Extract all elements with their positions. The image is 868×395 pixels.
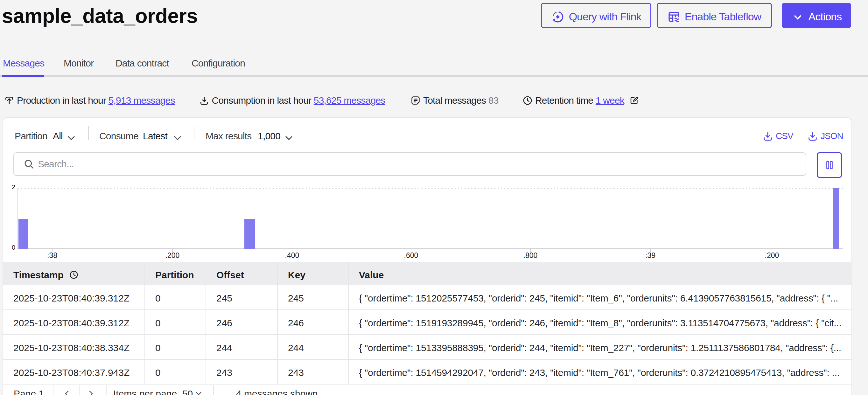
svg-text::38: :38: [47, 251, 57, 260]
svg-text:2: 2: [12, 184, 15, 191]
svg-text::39: :39: [645, 251, 655, 260]
svg-text:.800: .800: [523, 251, 538, 260]
svg-text:0: 0: [12, 244, 15, 251]
svg-text:.400: .400: [285, 251, 300, 260]
svg-text:.200: .200: [765, 251, 779, 260]
svg-text:.200: .200: [165, 251, 180, 260]
svg-text:.600: .600: [404, 251, 418, 260]
